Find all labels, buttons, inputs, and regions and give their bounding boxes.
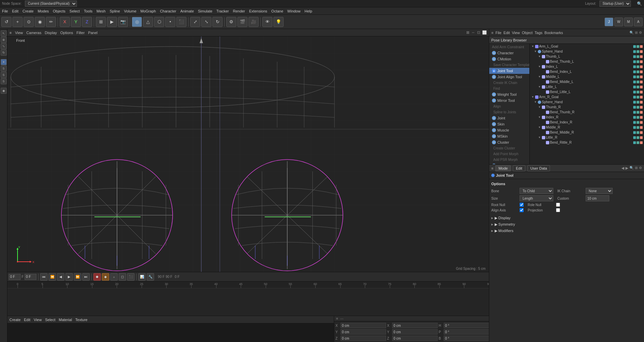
filter-icon[interactable]: ⊞ xyxy=(635,31,638,34)
bone-select[interactable]: To Child Child xyxy=(520,188,553,194)
tool3[interactable]: ◉ xyxy=(35,17,45,27)
expand-index-r[interactable]: ▼ xyxy=(538,116,541,119)
menu-modes[interactable]: Modes xyxy=(38,9,49,13)
coord-p-input[interactable] xyxy=(444,329,489,335)
key-btn[interactable]: ◆ xyxy=(102,273,109,281)
render2-btn[interactable]: 🎥 xyxy=(248,17,259,27)
play-reverse-btn[interactable]: ◀ xyxy=(57,273,64,281)
menu-select[interactable]: Select xyxy=(69,9,80,13)
pose-joint-tool[interactable]: ●Joint Tool xyxy=(489,68,529,74)
tree-index-l[interactable]: ▼ Index_L xyxy=(530,64,644,69)
coord-x1-input[interactable] xyxy=(341,323,386,328)
menu-extensions[interactable]: Extensions xyxy=(249,9,267,13)
coord-b-input[interactable] xyxy=(444,336,489,341)
menu-file[interactable]: File xyxy=(2,9,8,13)
tree-bend-index-l[interactable]: Bend_Index_L xyxy=(530,69,644,74)
expand-sphere-r[interactable]: ▼ xyxy=(534,101,537,104)
play-btn[interactable]: ▶ xyxy=(65,273,73,281)
rotate-tool-icon[interactable]: ↻ xyxy=(1,50,7,56)
expand-middle-l[interactable]: ▼ xyxy=(538,75,541,79)
scene-tree-view[interactable]: View xyxy=(512,31,520,35)
viewport-icon-3[interactable]: ⊡ xyxy=(477,30,480,35)
attr-nav-back[interactable]: ◀ xyxy=(621,166,624,170)
tool4[interactable]: ✏ xyxy=(46,17,56,27)
tab-user-data[interactable]: User Data xyxy=(527,165,550,171)
rotate-btn[interactable]: ↻ xyxy=(212,17,223,27)
scene-tree-edit[interactable]: Edit xyxy=(503,31,510,35)
expand-icon[interactable]: ▼ xyxy=(531,45,534,48)
pose-cmotion[interactable]: ●CMotion xyxy=(489,56,529,62)
skip-end-btn[interactable]: ⏭ xyxy=(82,273,90,281)
tree-little-l[interactable]: ▼ Little_L xyxy=(530,84,644,89)
bottom-menu-texture[interactable]: Texture xyxy=(75,318,87,322)
projection-checkbox[interactable] xyxy=(556,208,560,212)
attr-filter[interactable]: ⊞ xyxy=(635,166,638,170)
tree-bend-rittle-r[interactable]: Bend_Rittle_R xyxy=(530,140,644,145)
left-icon-5[interactable]: ◉ xyxy=(1,88,7,94)
scene-tree-file[interactable]: File xyxy=(495,31,501,35)
weight-btn[interactable]: W xyxy=(614,18,623,26)
mode-btn[interactable]: ⊞ xyxy=(96,17,106,27)
tab-edit[interactable]: Edit xyxy=(513,165,525,171)
pose-mskin[interactable]: ●MSkin xyxy=(489,133,529,139)
pose-mirror-tool[interactable]: ●Mirror Tool xyxy=(489,97,529,104)
pose-skin[interactable]: ●Skin xyxy=(489,121,529,127)
bottom-menu-select[interactable]: Select xyxy=(45,318,56,322)
pose-weight-tool[interactable]: ●Weight Tool xyxy=(489,91,529,97)
bottom-menu-create[interactable]: Create xyxy=(9,318,21,322)
menu-objects[interactable]: Objects xyxy=(53,9,65,13)
tab-mode[interactable]: Mode xyxy=(495,165,511,171)
camera-btn[interactable]: 📷 xyxy=(118,17,128,27)
move-tool-icon[interactable]: ⊕ xyxy=(1,37,7,43)
menu-render[interactable]: Render xyxy=(233,9,245,13)
tree-thumb-r[interactable]: ▼ Thumb_R xyxy=(530,105,644,110)
tree-arm-l-goal[interactable]: ▼ Arm_L_Goal xyxy=(530,44,644,49)
attr-panel-toggle[interactable]: ≡ xyxy=(491,166,493,170)
left-icon-2[interactable]: S xyxy=(1,65,7,72)
coord-z2-input[interactable] xyxy=(392,336,438,341)
tl-icon1[interactable]: 📊 xyxy=(138,273,146,281)
search-icon[interactable]: 🔍 xyxy=(637,1,642,6)
attr-settings[interactable]: ⚙ xyxy=(639,166,642,170)
pose-muscle[interactable]: ●Muscle xyxy=(489,127,529,133)
move-btn[interactable]: ⤢ xyxy=(190,17,200,27)
menu-volume[interactable]: Volume xyxy=(124,9,137,13)
display-section-header[interactable]: ▶ ▶ Display xyxy=(491,215,642,221)
snap-button[interactable]: ⊙ xyxy=(24,17,34,27)
menu-help[interactable]: Help xyxy=(304,9,312,13)
record-btn[interactable]: ⏺ xyxy=(93,273,101,281)
expand-index-l[interactable]: ▼ xyxy=(538,65,541,68)
pose-joint[interactable]: ●Joint xyxy=(489,115,529,121)
coord-y1-input[interactable] xyxy=(341,329,386,335)
bottom-menu-view[interactable]: View xyxy=(34,318,42,322)
menu-simulate[interactable]: Simulate xyxy=(198,9,212,13)
coord-h-input[interactable] xyxy=(444,323,489,328)
scene-tree-object[interactable]: Object xyxy=(522,31,533,35)
root-null-checkbox[interactable] xyxy=(520,203,524,207)
viewport-icon-1[interactable]: ⊠ xyxy=(466,30,469,35)
timeline-start-input[interactable] xyxy=(9,274,21,280)
z-axis-btn[interactable]: Z xyxy=(82,17,92,27)
add-button[interactable]: + xyxy=(12,17,23,27)
menu-mesh[interactable]: Mesh xyxy=(96,9,106,13)
y-axis-btn[interactable]: Y xyxy=(71,17,81,27)
menu-spline[interactable]: Spline xyxy=(110,9,120,13)
tree-sphere-hand-l[interactable]: ▼ Sphere_Hand xyxy=(530,49,644,54)
layout-select[interactable]: Startup (User) xyxy=(599,1,631,7)
tree-bend-thumb-r[interactable]: Bend_Thumb_R xyxy=(530,110,644,115)
scene-tree-toggle[interactable]: ≡ xyxy=(491,31,493,35)
tree-bend-middle-r[interactable]: Bend_Middle_R xyxy=(530,130,644,135)
anim2-btn[interactable]: A xyxy=(634,18,643,26)
pose-character[interactable]: ●Character xyxy=(489,50,529,56)
tree-bend-thumb-l[interactable]: Bend_Thumb_L xyxy=(530,59,644,64)
symmetry-section-header[interactable]: ▶ ▶ Symmetry xyxy=(491,221,642,228)
poly-btn[interactable]: △ xyxy=(143,17,153,27)
viewport-menu-options[interactable]: Options xyxy=(60,31,73,35)
coord-x2-input[interactable] xyxy=(392,323,438,328)
modifiers-section-header[interactable]: ▶ ▶ Modifiers xyxy=(491,228,642,234)
render-btn[interactable]: ▶ xyxy=(107,17,117,27)
tree-middle-r[interactable]: ▼ Middle_R xyxy=(530,125,644,130)
next-frame-btn[interactable]: ⏩ xyxy=(74,273,81,281)
menu-tools[interactable]: Tools xyxy=(84,9,93,13)
tree-arm-r-goal[interactable]: ▼ Arm_R_Goal xyxy=(530,94,644,99)
